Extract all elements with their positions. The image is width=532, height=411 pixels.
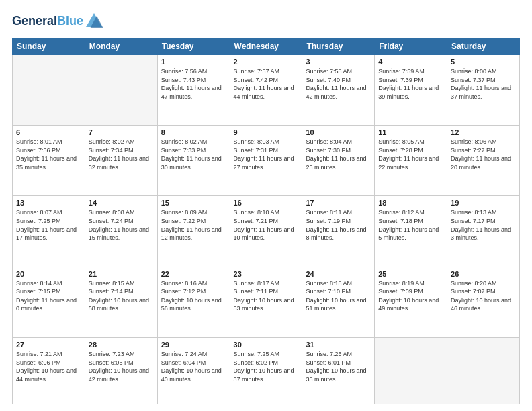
logo: GeneralBlue xyxy=(12,12,103,31)
day-number: 20 xyxy=(16,270,81,278)
day-info: Sunrise: 8:01 AMSunset: 7:36 PMDaylight:… xyxy=(16,138,81,171)
calendar-day: 14Sunrise: 8:08 AMSunset: 7:24 PMDayligh… xyxy=(85,196,157,267)
weekday-header: Wednesday xyxy=(230,38,302,55)
calendar-day: 23Sunrise: 8:17 AMSunset: 7:11 PMDayligh… xyxy=(230,267,302,337)
calendar-day xyxy=(447,337,520,404)
day-number: 10 xyxy=(306,128,371,136)
day-info: Sunrise: 7:57 AMSunset: 7:42 PMDaylight:… xyxy=(234,67,299,101)
day-info: Sunrise: 8:19 AMSunset: 7:09 PMDaylight:… xyxy=(378,279,443,313)
day-number: 5 xyxy=(451,58,516,66)
logo-icon xyxy=(85,12,103,31)
calendar-day: 26Sunrise: 8:20 AMSunset: 7:07 PMDayligh… xyxy=(447,267,520,337)
day-info: Sunrise: 8:11 AMSunset: 7:19 PMDaylight:… xyxy=(306,208,371,242)
day-info: Sunrise: 8:02 AMSunset: 7:34 PMDaylight:… xyxy=(89,138,154,171)
day-number: 14 xyxy=(89,199,154,207)
day-number: 4 xyxy=(378,58,443,66)
day-number: 29 xyxy=(161,340,226,349)
day-number: 13 xyxy=(16,199,81,207)
day-info: Sunrise: 8:08 AMSunset: 7:24 PMDaylight:… xyxy=(89,208,154,242)
day-info: Sunrise: 7:58 AMSunset: 7:40 PMDaylight:… xyxy=(306,67,371,101)
calendar-day xyxy=(85,55,157,126)
calendar-day: 9Sunrise: 8:03 AMSunset: 7:31 PMDaylight… xyxy=(230,126,302,196)
weekday-header: Friday xyxy=(375,38,447,55)
calendar-day: 31Sunrise: 7:26 AMSunset: 6:01 PMDayligh… xyxy=(302,337,375,404)
day-number: 11 xyxy=(378,128,443,136)
day-number: 12 xyxy=(451,128,516,136)
day-info: Sunrise: 8:18 AMSunset: 7:10 PMDaylight:… xyxy=(306,279,371,313)
day-info: Sunrise: 7:56 AMSunset: 7:43 PMDaylight:… xyxy=(161,67,226,101)
day-number: 8 xyxy=(161,128,226,136)
calendar-day: 30Sunrise: 7:25 AMSunset: 6:02 PMDayligh… xyxy=(230,337,302,404)
day-info: Sunrise: 8:06 AMSunset: 7:27 PMDaylight:… xyxy=(451,138,516,171)
calendar-day: 7Sunrise: 8:02 AMSunset: 7:34 PMDaylight… xyxy=(85,126,157,196)
calendar-week: 6Sunrise: 8:01 AMSunset: 7:36 PMDaylight… xyxy=(13,126,520,196)
day-number: 24 xyxy=(306,270,371,278)
calendar-day xyxy=(375,337,447,404)
calendar-day: 8Sunrise: 8:02 AMSunset: 7:33 PMDaylight… xyxy=(157,126,230,196)
calendar-day: 6Sunrise: 8:01 AMSunset: 7:36 PMDaylight… xyxy=(13,126,85,196)
calendar-day: 15Sunrise: 8:09 AMSunset: 7:22 PMDayligh… xyxy=(157,196,230,267)
calendar-day: 3Sunrise: 7:58 AMSunset: 7:40 PMDaylight… xyxy=(302,55,375,126)
calendar-day: 19Sunrise: 8:13 AMSunset: 7:17 PMDayligh… xyxy=(447,196,520,267)
calendar-day: 24Sunrise: 8:18 AMSunset: 7:10 PMDayligh… xyxy=(302,267,375,337)
calendar-day: 11Sunrise: 8:05 AMSunset: 7:28 PMDayligh… xyxy=(375,126,447,196)
calendar-day: 25Sunrise: 8:19 AMSunset: 7:09 PMDayligh… xyxy=(375,267,447,337)
calendar-day: 17Sunrise: 8:11 AMSunset: 7:19 PMDayligh… xyxy=(302,196,375,267)
day-info: Sunrise: 7:25 AMSunset: 6:02 PMDaylight:… xyxy=(234,350,299,383)
day-info: Sunrise: 8:04 AMSunset: 7:30 PMDaylight:… xyxy=(306,138,371,171)
calendar-day: 28Sunrise: 7:23 AMSunset: 6:05 PMDayligh… xyxy=(85,337,157,404)
day-number: 3 xyxy=(306,58,371,66)
day-number: 31 xyxy=(306,340,371,349)
header: GeneralBlue xyxy=(12,12,520,31)
calendar-day: 16Sunrise: 8:10 AMSunset: 7:21 PMDayligh… xyxy=(230,196,302,267)
calendar-table: SundayMondayTuesdayWednesdayThursdayFrid… xyxy=(12,38,520,404)
calendar-day xyxy=(13,55,85,126)
day-info: Sunrise: 7:21 AMSunset: 6:06 PMDaylight:… xyxy=(16,350,81,383)
day-info: Sunrise: 7:26 AMSunset: 6:01 PMDaylight:… xyxy=(306,350,371,383)
day-number: 9 xyxy=(234,128,299,136)
calendar-week: 27Sunrise: 7:21 AMSunset: 6:06 PMDayligh… xyxy=(13,337,520,404)
page: GeneralBlue SundayMondayTuesdayWednesday… xyxy=(0,0,532,411)
calendar-week: 20Sunrise: 8:14 AMSunset: 7:15 PMDayligh… xyxy=(13,267,520,337)
day-number: 21 xyxy=(89,270,154,278)
day-number: 15 xyxy=(161,199,226,207)
day-number: 28 xyxy=(89,340,154,349)
day-info: Sunrise: 8:09 AMSunset: 7:22 PMDaylight:… xyxy=(161,208,226,242)
day-info: Sunrise: 7:24 AMSunset: 6:04 PMDaylight:… xyxy=(161,350,226,383)
calendar-day: 10Sunrise: 8:04 AMSunset: 7:30 PMDayligh… xyxy=(302,126,375,196)
day-info: Sunrise: 8:02 AMSunset: 7:33 PMDaylight:… xyxy=(161,138,226,171)
calendar-week: 1Sunrise: 7:56 AMSunset: 7:43 PMDaylight… xyxy=(13,55,520,126)
day-number: 27 xyxy=(16,340,81,349)
day-info: Sunrise: 8:05 AMSunset: 7:28 PMDaylight:… xyxy=(378,138,443,171)
day-info: Sunrise: 8:07 AMSunset: 7:25 PMDaylight:… xyxy=(16,208,81,242)
day-number: 18 xyxy=(378,199,443,207)
day-info: Sunrise: 8:03 AMSunset: 7:31 PMDaylight:… xyxy=(234,138,299,171)
day-info: Sunrise: 7:59 AMSunset: 7:39 PMDaylight:… xyxy=(378,67,443,101)
day-info: Sunrise: 8:15 AMSunset: 7:14 PMDaylight:… xyxy=(89,279,154,313)
calendar-day: 27Sunrise: 7:21 AMSunset: 6:06 PMDayligh… xyxy=(13,337,85,404)
day-info: Sunrise: 8:14 AMSunset: 7:15 PMDaylight:… xyxy=(16,279,81,313)
day-info: Sunrise: 8:20 AMSunset: 7:07 PMDaylight:… xyxy=(451,279,516,313)
weekday-header: Sunday xyxy=(13,38,85,55)
day-number: 6 xyxy=(16,128,81,136)
weekday-header: Monday xyxy=(85,38,157,55)
day-number: 7 xyxy=(89,128,154,136)
calendar-day: 22Sunrise: 8:16 AMSunset: 7:12 PMDayligh… xyxy=(157,267,230,337)
day-number: 22 xyxy=(161,270,226,278)
day-info: Sunrise: 8:16 AMSunset: 7:12 PMDaylight:… xyxy=(161,279,226,313)
day-number: 2 xyxy=(234,58,299,66)
day-number: 17 xyxy=(306,199,371,207)
day-info: Sunrise: 8:17 AMSunset: 7:11 PMDaylight:… xyxy=(234,279,299,313)
calendar-day: 2Sunrise: 7:57 AMSunset: 7:42 PMDaylight… xyxy=(230,55,302,126)
day-number: 26 xyxy=(451,270,516,278)
weekday-header: Saturday xyxy=(447,38,520,55)
calendar-day: 13Sunrise: 8:07 AMSunset: 7:25 PMDayligh… xyxy=(13,196,85,267)
calendar-week: 13Sunrise: 8:07 AMSunset: 7:25 PMDayligh… xyxy=(13,196,520,267)
day-number: 23 xyxy=(234,270,299,278)
weekday-header: Tuesday xyxy=(157,38,230,55)
calendar-day: 5Sunrise: 8:00 AMSunset: 7:37 PMDaylight… xyxy=(447,55,520,126)
calendar-day: 20Sunrise: 8:14 AMSunset: 7:15 PMDayligh… xyxy=(13,267,85,337)
calendar-day: 4Sunrise: 7:59 AMSunset: 7:39 PMDaylight… xyxy=(375,55,447,126)
logo-text: GeneralBlue xyxy=(12,15,83,28)
calendar-day: 1Sunrise: 7:56 AMSunset: 7:43 PMDaylight… xyxy=(157,55,230,126)
